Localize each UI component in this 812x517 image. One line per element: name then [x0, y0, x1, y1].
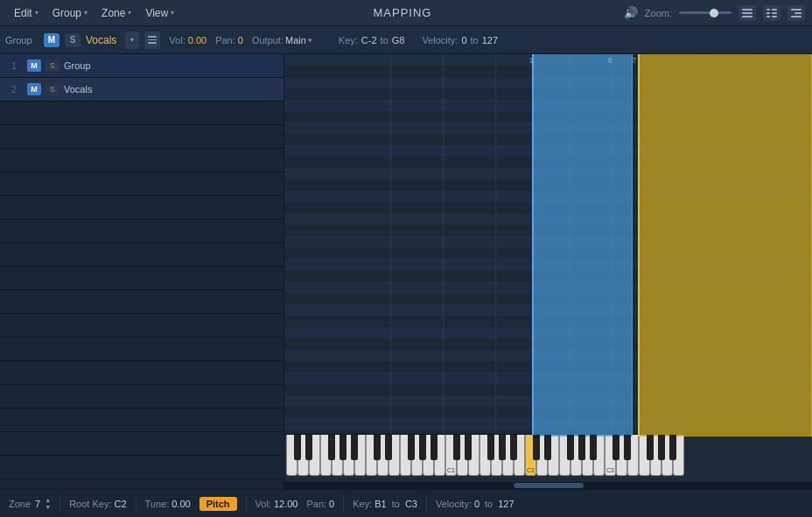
track-s-button[interactable]: S [46, 83, 60, 95]
grid-number-7: 7 [632, 56, 636, 65]
h-scrollbar[interactable] [284, 482, 812, 489]
edit-chevron-icon: ▾ [35, 9, 38, 17]
menu-zone[interactable]: Zone ▾ [94, 4, 138, 22]
align-right-icon[interactable] [788, 5, 805, 21]
scrollbar-thumb[interactable] [514, 483, 584, 488]
grid-number-1: 1 [528, 56, 533, 65]
group-pan: Pan: 0 [215, 35, 243, 45]
track-number: 1 [5, 61, 23, 71]
group-name: Vocals [86, 34, 116, 46]
svg-rect-9 [791, 9, 802, 10]
group-pan-value[interactable]: 0 [238, 35, 243, 45]
grid-line [390, 54, 391, 489]
zone-key-range: Key: B1 to C3 [353, 499, 417, 509]
zoom-label: Zoom: [645, 8, 672, 18]
group-list-icon[interactable] [144, 31, 160, 49]
track-list: 1 M S Group 2 M S Vocals [0, 54, 284, 489]
divider [426, 496, 427, 512]
svg-rect-1 [742, 12, 752, 14]
group-m-button[interactable]: M [44, 33, 60, 47]
zone-vol: Vol: 12.00 [256, 499, 298, 509]
piano-keys-container: C1C2C3 [284, 435, 812, 482]
grid-line [495, 54, 496, 489]
app-title: MAPPING [181, 6, 624, 19]
zone-gold[interactable] [638, 54, 812, 437]
menu-view[interactable]: View ▾ [138, 4, 181, 22]
svg-rect-3 [766, 9, 770, 10]
svg-rect-5 [766, 12, 770, 14]
table-row[interactable]: 1 M S Group [0, 54, 284, 78]
group-vol: Vol: 0.00 [169, 35, 206, 45]
zone-chevron-icon: ▾ [128, 9, 131, 17]
grid-line [443, 54, 444, 489]
zone-pan: Pan: 0 [306, 499, 334, 509]
bars-icon[interactable] [738, 5, 756, 21]
group-dropdown[interactable]: ▾ [125, 31, 139, 49]
main-content: 1 M S Group 2 M S Vocals 1 6 7 [0, 54, 812, 489]
spinner-up-icon[interactable]: ▲ [45, 497, 51, 503]
divider [60, 496, 60, 512]
group-chevron-icon: ▾ [84, 9, 88, 17]
svg-rect-4 [772, 9, 777, 10]
group-output[interactable]: Output: Main ▾ [252, 35, 312, 45]
svg-rect-2 [742, 16, 752, 17]
track-name: Vocals [64, 84, 92, 94]
svg-rect-6 [772, 12, 777, 14]
group-params: Vol: 0.00 Pan: 0 Output: Main ▾ Key: C-2… [169, 35, 807, 45]
group-label: Group [5, 35, 38, 45]
table-row[interactable]: 2 M S Vocals [0, 78, 284, 101]
group-row: Group M S Vocals ▾ Vol: 0.00 Pan: 0 Outp… [0, 26, 812, 54]
divider [246, 496, 247, 512]
mapping-area[interactable]: 1 6 7 C1C2C3 [284, 54, 812, 489]
group-s-button[interactable]: S [65, 33, 80, 47]
zone-spinner[interactable]: ▲ ▼ [45, 497, 51, 510]
menu-group[interactable]: Group ▾ [46, 4, 94, 22]
piano-keyboard[interactable]: C1C2C3 [284, 434, 812, 482]
divider [136, 496, 136, 512]
list-alt-icon[interactable] [763, 5, 780, 21]
group-key-range: Key: C-2 to G8 [339, 35, 405, 45]
zone-blue[interactable] [532, 54, 633, 437]
spinner-down-icon[interactable]: ▼ [45, 504, 51, 510]
zoom-slider[interactable] [679, 11, 732, 14]
grid-number-6: 6 [608, 56, 612, 65]
track-name: Group [64, 60, 91, 71]
group-velocity-range: Velocity: 0 to 127 [422, 35, 498, 45]
bottom-bar: Zone 7 ▲ ▼ Root Key: C2 Tune: 0.00 Pitch… [0, 489, 812, 517]
menu-bar: Edit ▾ Group ▾ Zone ▾ View ▾ MAPPING 🔊 Z… [0, 0, 812, 26]
track-number: 2 [5, 85, 23, 94]
output-chevron-icon: ▾ [308, 36, 312, 45]
group-vol-value[interactable]: 0.00 [188, 35, 206, 45]
track-m-button[interactable]: M [27, 59, 41, 72]
zone-velocity-range: Velocity: 0 to 127 [436, 499, 514, 509]
zoom-thumb [710, 9, 718, 17]
track-m-button[interactable]: M [27, 83, 41, 95]
divider [343, 496, 344, 512]
svg-rect-8 [772, 16, 777, 17]
pitch-button[interactable]: Pitch [200, 497, 237, 511]
view-chevron-icon: ▾ [171, 9, 174, 17]
menu-right: 🔊 Zoom: [624, 5, 805, 21]
root-key: Root Key: C2 [69, 499, 126, 509]
zone-number: Zone 7 ▲ ▼ [9, 497, 51, 510]
svg-rect-10 [794, 12, 802, 14]
empty-track-area [0, 101, 284, 489]
menu-edit[interactable]: Edit ▾ [7, 4, 46, 22]
svg-rect-0 [742, 9, 752, 10]
svg-rect-11 [791, 16, 802, 17]
tune: Tune: 0.00 [145, 499, 191, 509]
svg-rect-7 [766, 16, 770, 17]
speaker-icon: 🔊 [624, 6, 638, 19]
track-s-button[interactable]: S [46, 59, 60, 72]
